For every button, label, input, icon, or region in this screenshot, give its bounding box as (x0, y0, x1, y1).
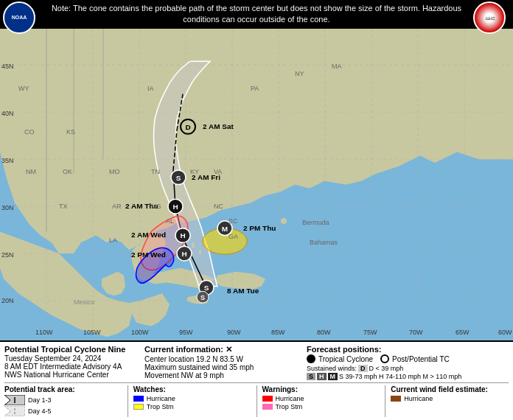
svg-text:NM: NM (26, 168, 36, 175)
svg-text:35N: 35N (1, 157, 13, 164)
svg-text:OK: OK (63, 168, 72, 175)
legend-row: Potential track area: Day 1-3 Day 4-5 (4, 382, 509, 417)
info-panel: Potential Tropical Cyclone Nine Tuesday … (0, 340, 513, 420)
svg-text:45N: 45N (1, 63, 13, 70)
storm-info-col: Potential Tropical Cyclone Nine Tuesday … (4, 345, 137, 380)
svg-text:2 PM Thu: 2 PM Thu (243, 223, 276, 231)
sustained-d: D (358, 365, 368, 372)
svg-text:110W: 110W (35, 329, 53, 336)
cone-day4-5-icon (4, 406, 25, 416)
sustained-h: H (317, 373, 327, 380)
svg-text:AL: AL (166, 217, 174, 225)
svg-text:2 AM Sat: 2 AM Sat (203, 122, 234, 130)
track-legend: Potential track area: Day 1-3 Day 4-5 (4, 385, 122, 417)
map-svg: S S H H H M S D 8 AM Tue 2 PM Wed (0, 29, 513, 340)
day1-3-label: Day 1-3 (28, 396, 52, 404)
svg-text:S: S (204, 284, 209, 292)
d-value: D < 39 mph (369, 365, 404, 372)
hurricane-watch-label: Hurricane (147, 395, 175, 402)
svg-text:90W: 90W (227, 329, 241, 336)
current-movement: Movement NW at 9 mph (144, 371, 299, 379)
trop-stm-watch: Trop Stm (133, 403, 251, 410)
wind-field-title: Current wind field estimate: (391, 385, 509, 393)
svg-text:Mexico: Mexico (74, 298, 94, 306)
svg-text:40N: 40N (1, 110, 13, 117)
note-text: Note: The cone contains the probable pat… (52, 4, 461, 24)
hurricane-wind-label: Hurricane (404, 395, 433, 402)
sustained-label: Sustained winds: (307, 365, 357, 372)
svg-text:80W: 80W (317, 329, 331, 336)
storm-title: Potential Tropical Cyclone Nine (4, 345, 137, 354)
svg-marker-106 (4, 406, 25, 416)
wind-field-legend: Current wind field estimate: Hurricane (391, 385, 509, 417)
warnings-legend: Warnings: Hurricane Trop Stm (262, 385, 380, 417)
svg-text:SC: SC (228, 217, 238, 225)
svg-text:100W: 100W (131, 329, 149, 336)
tropical-cyclone-symbol (307, 354, 315, 363)
svg-text:65W: 65W (456, 329, 470, 336)
svg-point-14 (281, 218, 287, 224)
storm-advisory: 8 AM EDT Intermediate Advisory 4A (4, 363, 137, 371)
svg-text:S: S (176, 174, 181, 182)
trop-stm-watch-color (133, 404, 144, 410)
svg-text:WY: WY (18, 85, 29, 92)
watches-legend: Watches: Hurricane Trop Stm (133, 385, 251, 417)
track-title: Potential track area: (4, 385, 122, 393)
post-tc-symbol (380, 354, 389, 363)
sustained-m: M (328, 373, 338, 380)
svg-text:GA: GA (228, 233, 238, 240)
svg-text:2 PM Wed: 2 PM Wed (131, 251, 166, 259)
storm-date: Tuesday September 24, 2024 (4, 354, 137, 363)
svg-text:TN: TN (151, 168, 160, 175)
track-day4-5: Day 4-5 (4, 406, 122, 416)
post-tc-label: Post/Potential TC (392, 355, 450, 363)
svg-text:25N: 25N (1, 251, 13, 259)
hurricane-warning-label: Hurricane (276, 395, 304, 402)
hurricane-watch-color (133, 396, 144, 402)
current-location: Center location 19.2 N 83.5 W (144, 355, 299, 363)
current-info-col: Current information: ✕ Center location 1… (144, 345, 299, 380)
svg-text:8 AM Tue: 8 AM Tue (227, 287, 259, 295)
noaa-logo: NOAA (3, 1, 40, 38)
svg-text:2 AM Wed: 2 AM Wed (131, 231, 166, 239)
info-row1: Potential Tropical Cyclone Nine Tuesday … (4, 345, 509, 380)
hurricane-warning-color (262, 396, 273, 402)
svg-text:85W: 85W (271, 329, 285, 336)
svg-text:95W: 95W (179, 329, 193, 336)
trop-stm-warning-label: Trop Stm (276, 403, 303, 410)
svg-text:LA: LA (109, 237, 117, 244)
svg-text:60W: 60W (498, 329, 512, 336)
trop-stm-warning-color (262, 404, 273, 410)
svg-text:M: M (222, 224, 228, 232)
current-winds: Maximum sustained wind 35 mph (144, 363, 299, 371)
track-day1-3: Day 1-3 (4, 395, 122, 405)
warnings-title: Warnings: (262, 385, 380, 393)
svg-text:105W: 105W (83, 329, 101, 336)
watches-title: Watches: (133, 385, 251, 393)
svg-text:Bermuda: Bermuda (302, 219, 329, 226)
map-area: S S H H H M S D 8 AM Tue 2 PM Wed (0, 29, 513, 340)
hurricane-wind: Hurricane (391, 395, 509, 402)
svg-text:VA: VA (214, 168, 222, 175)
svg-text:CO: CO (24, 128, 35, 136)
trop-stm-watch-label: Trop Stm (147, 403, 174, 410)
svg-text:MO: MO (109, 168, 120, 175)
svg-text:H: H (181, 250, 186, 258)
storm-agency: NWS National Hurricane Center (4, 371, 137, 379)
main-container: NOAA NHC Note: The cone contains the pro… (0, 0, 513, 420)
svg-text:70W: 70W (409, 329, 423, 336)
current-title: Current information: ✕ (144, 345, 299, 354)
svg-text:KY: KY (190, 168, 199, 175)
svg-text:H: H (172, 203, 178, 211)
svg-text:H: H (180, 231, 185, 239)
hurricane-warning: Hurricane (262, 395, 380, 402)
divider-3 (385, 385, 385, 417)
hurricane-watch: Hurricane (133, 395, 251, 402)
forecast-title: Forecast positions: (307, 345, 509, 354)
nhc-logo: NHC (473, 1, 510, 38)
divider-1 (128, 385, 128, 417)
svg-text:KS: KS (66, 128, 75, 136)
svg-text:IA: IA (147, 85, 154, 92)
svg-text:TX: TX (59, 203, 68, 210)
note-bar: Note: The cone contains the probable pat… (0, 0, 513, 29)
